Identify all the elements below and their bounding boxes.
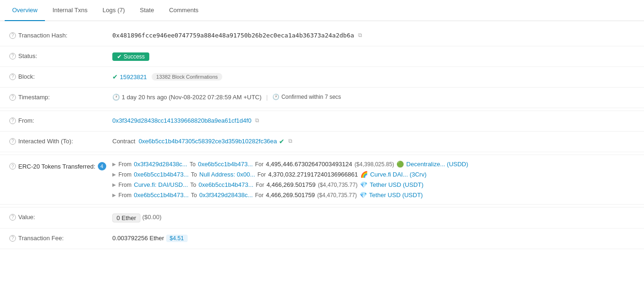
erc20-count-badge: 4 bbox=[98, 162, 106, 170]
erc20-transfers-list: ▶ From 0x3f3429d28438c... To 0xe6b5cc1b4… bbox=[112, 161, 635, 199]
value-label: ? Value: bbox=[9, 213, 112, 221]
transfer-line-2: ▶ From 0xe6b5cc1b4b473... To Null Addres… bbox=[112, 171, 635, 178]
interacted-with-row: ? Interacted With (To): Contract 0xe6b5c… bbox=[0, 132, 644, 152]
status-value: ✔ Success bbox=[112, 52, 635, 61]
copy-from-icon[interactable]: ⧉ bbox=[255, 117, 259, 124]
fee-ether: 0.003792256 Ether bbox=[112, 235, 164, 242]
transfer-line-1: ▶ From 0x3f3429d28438c... To 0xe6b5cc1b4… bbox=[112, 161, 635, 168]
help-icon-status[interactable]: ? bbox=[9, 53, 16, 59]
status-badge: ✔ Success bbox=[112, 52, 149, 61]
timestamp-row: ? Timestamp: 🕐 1 day 20 hrs ago (Nov-08-… bbox=[0, 88, 644, 108]
fee-row: ? Transaction Fee: 0.003792256 Ether $4.… bbox=[0, 229, 644, 249]
fee-value: 0.003792256 Ether $4.51 bbox=[112, 234, 635, 242]
to-label-4: To bbox=[191, 192, 197, 199]
block-confirmations-badge: 13382 Block Confirmations bbox=[152, 73, 222, 81]
triangle-icon-3: ▶ bbox=[112, 182, 116, 187]
triangle-icon-2: ▶ bbox=[112, 172, 116, 177]
from-label-1: From bbox=[118, 161, 132, 168]
confirmed-text: 🕐 Confirmed within 7 secs bbox=[272, 94, 341, 100]
tab-state[interactable]: State bbox=[132, 0, 161, 21]
from-address-link[interactable]: 0x3f3429d28438cc141339668820b8a9ea61cf1d… bbox=[112, 117, 251, 124]
for-label-4: For bbox=[255, 192, 263, 199]
separator: | bbox=[266, 94, 268, 101]
help-icon-from[interactable]: ? bbox=[9, 118, 16, 124]
token-icon-4: 💎 bbox=[359, 192, 367, 199]
token-name-1[interactable]: Decentralize... (USDD) bbox=[406, 161, 468, 168]
fee-usd-badge: $4.51 bbox=[166, 235, 188, 242]
contract-address-link[interactable]: 0xe6b5cc1b4b47305c58392ce3d359b10282fc36… bbox=[139, 138, 277, 145]
value-value: 0 Ether ($0.00) bbox=[112, 213, 635, 222]
to-label-3: To bbox=[190, 182, 197, 188]
interacted-with-label: ? Interacted With (To): bbox=[9, 137, 112, 145]
block-value: ✔ 15923821 13382 Block Confirmations bbox=[112, 73, 635, 81]
tab-overview[interactable]: Overview bbox=[5, 0, 45, 21]
transfer-to-3[interactable]: 0xe6b5cc1b4b473... bbox=[198, 181, 253, 188]
transfer-to-4[interactable]: 0x3f3429d28438c... bbox=[199, 192, 253, 199]
triangle-icon-4: ▶ bbox=[112, 192, 116, 198]
transfer-from-1[interactable]: 0x3f3429d28438c... bbox=[134, 161, 187, 168]
block-number-link[interactable]: 15923821 bbox=[120, 74, 147, 81]
for-amount-3: 4,466,269.501759 bbox=[266, 181, 315, 188]
transfer-to-1[interactable]: 0xe6b5cc1b4b473... bbox=[198, 161, 253, 168]
tab-logs[interactable]: Logs (7) bbox=[95, 0, 132, 21]
timestamp-value: 🕐 1 day 20 hrs ago (Nov-08-2022 07:28:59… bbox=[112, 93, 635, 101]
for-amount-1: 4,495,446.67302647003493124 bbox=[266, 161, 352, 168]
for-usd-1: ($4,398,025.85) bbox=[354, 161, 394, 168]
timestamp-label: ? Timestamp: bbox=[9, 93, 112, 101]
help-icon-to[interactable]: ? bbox=[9, 138, 16, 145]
transaction-hash-value: 0x481896fcce946ee0747759a884e48a91750b26… bbox=[112, 31, 635, 39]
from-label: ? From: bbox=[9, 117, 112, 124]
token-name-2[interactable]: Curve.fi DAI... (3Crv) bbox=[370, 171, 427, 178]
block-label: ? Block: bbox=[9, 73, 112, 80]
for-label-1: For bbox=[255, 161, 263, 168]
help-icon-erc20[interactable]: ? bbox=[9, 163, 16, 170]
transfer-line-3: ▶ From Curve.fi: DAI/USD... To 0xe6b5cc1… bbox=[112, 181, 635, 188]
copy-hash-icon[interactable]: ⧉ bbox=[358, 32, 362, 38]
help-icon-hash[interactable]: ? bbox=[9, 32, 16, 39]
status-label: ? Status: bbox=[9, 52, 112, 59]
fee-label: ? Transaction Fee: bbox=[9, 234, 112, 242]
verified-icon: ✔ bbox=[279, 138, 285, 145]
to-label-1: To bbox=[190, 161, 196, 168]
help-icon-fee[interactable]: ? bbox=[9, 235, 16, 242]
tab-comments[interactable]: Comments bbox=[161, 0, 206, 21]
value-usd: ($0.00) bbox=[142, 214, 161, 221]
timestamp-text: 1 day 20 hrs ago (Nov-08-2022 07:28:59 A… bbox=[122, 94, 262, 101]
token-icon-3: 💎 bbox=[360, 181, 367, 188]
transfer-from-3[interactable]: Curve.fi: DAI/USD... bbox=[134, 181, 188, 188]
erc20-row: ? ERC-20 Tokens Transferred: 4 ▶ From 0x… bbox=[0, 155, 644, 205]
erc20-label: ? ERC-20 Tokens Transferred: 4 bbox=[9, 161, 112, 170]
for-label-3: For bbox=[256, 182, 264, 188]
for-amount-4: 4,466,269.501759 bbox=[266, 192, 315, 199]
for-label-2: For bbox=[257, 171, 266, 178]
transaction-hash-label: ? Transaction Hash: bbox=[9, 31, 112, 39]
from-value: 0x3f3429d28438cc141339668820b8a9ea61cf1d… bbox=[112, 117, 635, 124]
overview-content: ? Transaction Hash: 0x481896fcce946ee074… bbox=[0, 21, 644, 254]
clock-icon: 🕐 bbox=[112, 94, 120, 101]
for-amount-2: 4,370,032.271917240136966861 bbox=[268, 171, 358, 178]
from-label-4: From bbox=[118, 192, 132, 199]
transfer-from-4[interactable]: 0xe6b5cc1b4b473... bbox=[134, 192, 189, 199]
clock-icon-2: 🕐 bbox=[272, 94, 279, 100]
copy-contract-icon[interactable]: ⧉ bbox=[288, 138, 293, 144]
for-usd-3: ($4,470,735.77) bbox=[318, 182, 358, 188]
triangle-icon-1: ▶ bbox=[112, 162, 116, 167]
transfer-to-2[interactable]: Null Address: 0x00... bbox=[199, 171, 255, 178]
to-label-2: To bbox=[191, 171, 197, 178]
token-name-4[interactable]: Tether USD (USDT) bbox=[369, 192, 423, 199]
tabs-bar: Overview Internal Txns Logs (7) State Co… bbox=[0, 0, 644, 21]
for-usd-4: ($4,470,735.77) bbox=[317, 192, 357, 199]
tab-internal-txns[interactable]: Internal Txns bbox=[45, 0, 95, 21]
check-icon: ✔ bbox=[117, 53, 122, 60]
help-icon-value[interactable]: ? bbox=[9, 214, 16, 221]
help-icon-block[interactable]: ? bbox=[9, 74, 16, 80]
transaction-hash-row: ? Transaction Hash: 0x481896fcce946ee074… bbox=[0, 26, 644, 46]
block-row: ? Block: ✔ 15923821 13382 Block Confirma… bbox=[0, 67, 644, 88]
from-label-3: From bbox=[118, 182, 132, 188]
transfer-from-2[interactable]: 0xe6b5cc1b4b473... bbox=[134, 171, 189, 178]
help-icon-timestamp[interactable]: ? bbox=[9, 94, 16, 101]
token-name-3[interactable]: Tether USD (USDT) bbox=[370, 181, 424, 188]
ether-badge: 0 Ether bbox=[112, 214, 140, 222]
interacted-with-value: Contract 0xe6b5cc1b4b47305c58392ce3d359b… bbox=[112, 137, 635, 145]
value-row: ? Value: 0 Ether ($0.00) bbox=[0, 207, 644, 229]
